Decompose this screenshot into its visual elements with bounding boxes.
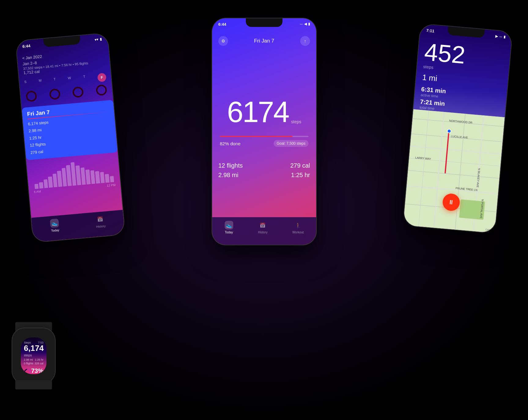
- apple-watch: Steps 7:53 6,174 steps 2.98 mi 1:25 hr 0…: [6, 322, 61, 389]
- map-area: NORTHWOOD DR LUCILLE AVE LARRY WAY N BLA…: [403, 109, 505, 233]
- phone-left: 6:44 ▾▾ ▮ < Jan 2022 Jan 2–8 37,502 step…: [16, 33, 125, 242]
- stats-grid: 12 flights 279 cal 2.98 mi 1:25 hr: [218, 162, 310, 179]
- chart-label-right: 12 PM: [107, 183, 116, 187]
- shoe-icon-center: 👟: [225, 221, 233, 229]
- distance-stat: 2.98 mi: [218, 172, 264, 179]
- watch-screen: Steps 7:53 6,174 steps 2.98 mi 1:25 hr 0…: [21, 337, 46, 374]
- calories-stat: 279 cal: [264, 162, 310, 169]
- watch-stat-cal: 328 cal: [35, 362, 43, 365]
- steps-count: 6174: [227, 97, 289, 127]
- phone-center: 6:44 ··· ◀ ▮ ⚙ Fri Jan 7 ↑: [212, 18, 316, 245]
- battery-icon-right: ▮: [504, 35, 506, 39]
- status-time-right: 7:11: [426, 28, 434, 33]
- status-time-left: 6:44: [22, 43, 31, 49]
- progress-pct: 82% done: [220, 141, 241, 146]
- wifi-icon-center: ◀: [304, 22, 307, 26]
- center-header: ⚙ Fri Jan 7 ↑: [218, 34, 310, 48]
- status-time-center: 6:44: [218, 22, 226, 27]
- watch-stat-time: 1:25 hr: [35, 358, 43, 361]
- gear-icon: ⚙: [221, 39, 225, 43]
- progress-section: 82% done Goal: 7,500 steps: [218, 136, 310, 147]
- nav-today-label-left: Today: [51, 228, 60, 232]
- progress-goal-row: 82% done Goal: 7,500 steps: [220, 140, 308, 147]
- steps-unit-label: steps: [291, 119, 301, 124]
- time-stat: 1:25 hr: [264, 172, 310, 179]
- share-icon: ↑: [304, 39, 306, 43]
- nav-history-label: History: [258, 231, 268, 234]
- calendar-icon-center: 📅: [258, 221, 267, 229]
- nav-history-center[interactable]: 📅 History: [258, 221, 268, 234]
- shoe-icon-left: 👟: [50, 218, 59, 228]
- progress-bar-fill: [220, 136, 293, 137]
- watch-body: Steps 7:53 6,174 steps 2.98 mi 1:25 hr 0…: [12, 328, 55, 383]
- center-content: ⚙ Fri Jan 7 ↑ 6174 steps 82%: [212, 34, 316, 179]
- wifi-icon: ▾▾: [94, 38, 98, 42]
- nav-workout-label: Workout: [292, 231, 304, 234]
- battery-icon-center: ▮: [308, 22, 310, 26]
- notch-center: [246, 18, 282, 27]
- center-date: Fri Jan 7: [228, 38, 300, 44]
- nav-workout-center[interactable]: 🚶 Workout: [292, 221, 304, 234]
- map-background: NORTHWOOD DR LUCILLE AVE LARRY WAY N BLA…: [403, 109, 505, 233]
- flights-stat: 12 flights: [218, 162, 264, 169]
- nav-today-center[interactable]: 👟 Today: [225, 221, 233, 234]
- svg-point-6: [96, 85, 106, 95]
- svg-point-2: [50, 89, 60, 99]
- goal-badge: Goal: 7,500 steps: [274, 140, 308, 147]
- scene: 6:44 ▾▾ ▮ < Jan 2022 Jan 2–8 37,502 step…: [0, 0, 528, 420]
- watch-steps-row: 6,174 steps: [24, 344, 43, 358]
- gear-button[interactable]: ⚙: [218, 36, 228, 46]
- watch-stats-row: 2.98 mi 1:25 hr: [24, 358, 43, 361]
- watch-steps-unit: steps: [24, 353, 32, 357]
- signal-icon: ···: [300, 22, 303, 26]
- bottom-nav-center: 👟 Today 📅 History 🚶 Workout: [212, 217, 316, 245]
- watch-stats-row-2: 0 flights 328 cal: [24, 362, 43, 365]
- watch-pct-block: 73% of goal: [31, 367, 43, 374]
- battery-icon: ▮: [100, 37, 102, 41]
- nav-history-label-left: History: [96, 224, 106, 229]
- phone-right: 7:11 ▶ ··· ▮ 452 steps 1 mi 6:31 min act…: [403, 24, 512, 233]
- svg-point-4: [73, 87, 83, 97]
- status-icons-left: ▾▾ ▮: [94, 37, 102, 42]
- nav-today-label: Today: [225, 231, 233, 234]
- progress-bar-bg: [220, 136, 308, 137]
- figure-icon-center: 🚶: [294, 221, 302, 229]
- watch-ring-svg: [24, 366, 31, 374]
- watch-steps-count: 6,174: [24, 344, 44, 353]
- day-stats: 6,174 steps2.98 mi1:25 hr12 flights279 c…: [28, 113, 113, 156]
- left-content: < Jan 2022 Jan 2–8 37,502 steps • 18.41 …: [17, 48, 120, 194]
- nav-history-left[interactable]: 📅 History: [95, 214, 106, 229]
- watch-ring-row: 73% of goal: [24, 366, 43, 374]
- status-icons-center: ··· ◀ ▮: [300, 22, 310, 26]
- watch-band-bottom: [15, 380, 52, 389]
- watch-pct-value: 73%: [31, 367, 43, 374]
- bottom-nav-left: 👟 Today 📅 History: [31, 210, 125, 242]
- share-button[interactable]: ↑: [300, 36, 310, 46]
- status-icons-right: ▶ ··· ▮: [495, 34, 506, 39]
- svg-point-0: [26, 91, 36, 101]
- day-highlight[interactable]: Fri Jan 7 6,174 steps2.98 mi1:25 hr12 fl…: [22, 100, 118, 160]
- calendar-icon-left: 📅: [96, 214, 105, 224]
- nav-today-left[interactable]: 👟 Today: [50, 218, 60, 232]
- wifi-icon-right: ···: [499, 35, 502, 39]
- steps-row: 6174 steps: [227, 73, 301, 127]
- chart-label-left: 6 AM: [34, 190, 41, 194]
- watch-stat-mi: 2.98 mi: [24, 358, 33, 361]
- legal-label: Legal: [486, 228, 493, 232]
- watch-stat-flights: 0 flights: [24, 362, 33, 365]
- location-icon: ▶: [495, 34, 498, 39]
